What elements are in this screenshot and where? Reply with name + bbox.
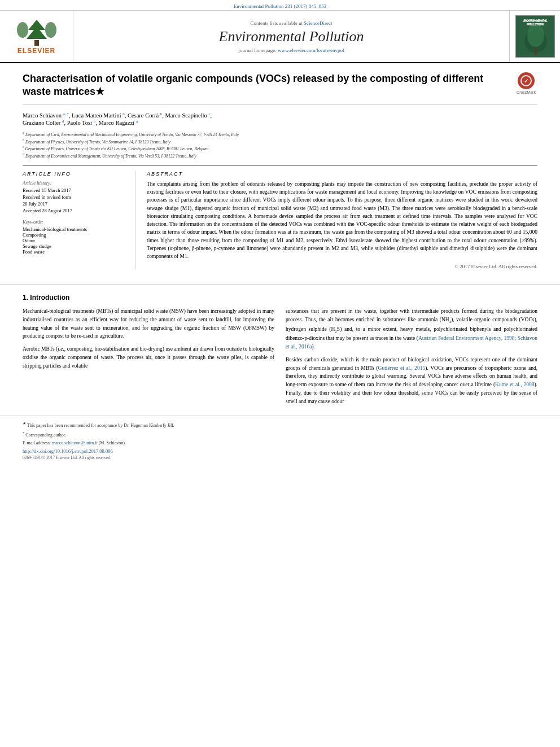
- homepage-url[interactable]: www.elsevier.com/locate/envpol: [278, 47, 344, 53]
- elsevier-logo: ELSEVIER: [14, 19, 59, 55]
- keywords-label: Keywords:: [23, 219, 127, 225]
- journal-title: Environmental Pollution: [219, 28, 364, 45]
- affiliation-b: b Department of Physics, University of T…: [23, 138, 537, 145]
- intro-para-3: substances that are present in the waste…: [286, 307, 537, 351]
- elsevier-tree-icon: [14, 19, 59, 47]
- journal-info-center: Contents lists available at ScienceDirec…: [73, 11, 509, 62]
- svg-text:POLLUTION: POLLUTION: [527, 23, 544, 26]
- footnote-area: ★ This paper has been recommended for ac…: [0, 416, 560, 464]
- affiliation-a: a Department of Civil, Environmental and…: [23, 130, 537, 138]
- svg-marker-1: [27, 20, 47, 39]
- crossmark-icon: ✓: [518, 72, 535, 89]
- citation-text: Environmental Pollution 231 (2017) 845–8…: [234, 3, 327, 9]
- contents-text: Contents lists available at: [251, 20, 303, 26]
- introduction-body: Mechanical-biological treatments (MBTs) …: [23, 307, 537, 410]
- revised-label: Received in revised form: [23, 194, 127, 200]
- article-title: Characterisation of volatile organic com…: [23, 72, 508, 99]
- cover-illustration: ENVIRONMENTAL POLLUTION: [516, 16, 555, 58]
- journal-cover-section: ENVIRONMENTAL POLLUTION: [509, 11, 560, 62]
- sciencedirect-link[interactable]: ScienceDirect: [304, 20, 332, 26]
- copyright-text: © 2017 Elsevier Ltd. All rights reserved…: [147, 264, 537, 269]
- footnote-corresponding: * Corresponding author.: [23, 430, 537, 438]
- journal-cover-image: ENVIRONMENTAL POLLUTION: [515, 15, 555, 58]
- author-marco-schiavon: Marco Schiavon a, *,: [23, 112, 72, 119]
- affiliations-section: a Department of Civil, Environmental and…: [23, 130, 537, 159]
- article-info-column: ARTICLE INFO Article history: Received 1…: [23, 171, 135, 270]
- section-divider: [0, 284, 560, 285]
- doi-line: http://dx.doi.org/10.1016/j.envpol.2017.…: [23, 448, 537, 454]
- homepage-label: journal homepage:: [239, 47, 277, 53]
- ref-link-3[interactable]: Kume et al., 2008: [495, 382, 534, 387]
- article-info-heading: ARTICLE INFO: [23, 171, 127, 177]
- doi-link[interactable]: http://dx.doi.org/10.1016/j.envpol.2017.…: [23, 448, 113, 454]
- intro-para-1: Mechanical-biological treatments (MBTs) …: [23, 307, 274, 340]
- keyword-5: Food waste: [23, 249, 127, 255]
- footnote-star-text: This paper has been recommended for acce…: [27, 423, 174, 428]
- email-label: E-mail address:: [23, 440, 51, 445]
- title-text: Characterisation of volatile organic com…: [23, 73, 483, 97]
- authors-section: Marco Schiavon a, *, Luca Matteo Martini…: [23, 112, 537, 126]
- history-label: Article history:: [23, 180, 127, 186]
- ref-link-2[interactable]: Gutiérrez et al., 2015: [378, 365, 426, 371]
- crossmark-label: CrossMark: [517, 90, 536, 94]
- abstract-text: The complaints arising from the problem …: [147, 180, 537, 261]
- journal-header: ELSEVIER Contents lists available at Sci…: [0, 11, 560, 63]
- email-link[interactable]: marco.schiavon@unitn.it: [52, 440, 98, 445]
- intro-para-2: Aerobic MBTs (i.e., composting, bio-stab…: [23, 345, 274, 370]
- article-info-abstract: ARTICLE INFO Article history: Received 1…: [23, 165, 537, 270]
- footnote-corresponding-text: Corresponding author.: [25, 433, 66, 438]
- svg-point-3: [45, 22, 56, 38]
- accepted-date: Accepted 28 August 2017: [23, 208, 127, 213]
- intro-para-4: Besides carbon dioxide, which is the mai…: [286, 356, 537, 405]
- title-star: ★: [95, 86, 104, 97]
- keyword-1: Mechanical-biological treatments: [23, 226, 127, 232]
- issn-line: 0269-7491/© 2017 Elsevier Ltd. All right…: [23, 455, 537, 460]
- page: Environmental Pollution 231 (2017) 845–8…: [0, 0, 560, 747]
- footnote-star: ★ This paper has been recommended for ac…: [23, 421, 537, 429]
- homepage-line: journal homepage: www.elsevier.com/locat…: [239, 47, 344, 53]
- keyword-4: Sewage sludge: [23, 243, 127, 249]
- article-content: Characterisation of volatile organic com…: [0, 63, 560, 275]
- intro-col-left: Mechanical-biological treatments (MBTs) …: [23, 307, 274, 410]
- elsevier-logo-section: ELSEVIER: [0, 11, 73, 62]
- keywords-section: Keywords: Mechanical-biological treatmen…: [23, 219, 127, 255]
- footnote-email: E-mail address: marco.schiavon@unitn.it …: [23, 440, 537, 446]
- author-marco-ragazzi: Marco Ragazzi a: [98, 120, 138, 126]
- author-graziano-coller: Graziano Coller d,: [23, 120, 67, 126]
- author-marco-scapinello: Marco Scapinello c,: [165, 112, 212, 119]
- affiliation-c: c Department of Physics, University of T…: [23, 145, 537, 152]
- introduction-heading: 1. Introduction: [23, 294, 537, 302]
- journal-citation: Environmental Pollution 231 (2017) 845–8…: [0, 0, 560, 11]
- affiliation-d: d Department of Economics and Management…: [23, 152, 537, 159]
- intro-col-right: substances that are present in the waste…: [286, 307, 537, 410]
- ref-link-1[interactable]: Austrian Federal Environment Agency, 199…: [286, 335, 537, 350]
- keyword-2: Composting: [23, 232, 127, 238]
- crossmark-badge[interactable]: ✓ CrossMark: [515, 72, 537, 94]
- keyword-3: Odour: [23, 238, 127, 243]
- author-cesare-corra: Cesare Corrà b,: [128, 112, 165, 119]
- contents-available: Contents lists available at ScienceDirec…: [251, 20, 333, 26]
- svg-text:ENVIRONMENTAL: ENVIRONMENTAL: [523, 19, 548, 22]
- abstract-column: ABSTRACT The complaints arising from the…: [147, 171, 537, 270]
- svg-rect-0: [34, 40, 39, 46]
- svg-point-8: [527, 24, 544, 47]
- author-paolo-tosi: Paolo Tosi b,: [67, 120, 99, 126]
- article-title-section: Characterisation of volatile organic com…: [23, 72, 537, 105]
- elsevier-brand-text: ELSEVIER: [18, 47, 55, 55]
- abstract-heading: ABSTRACT: [147, 171, 537, 177]
- svg-point-2: [17, 22, 28, 38]
- received-date: Received 15 March 2017: [23, 187, 127, 193]
- revised-date: 20 July 2017: [23, 201, 127, 207]
- introduction-section: 1. Introduction Mechanical-biological tr…: [0, 294, 560, 410]
- author-luca-martini: Luca Matteo Martini b,: [72, 112, 128, 119]
